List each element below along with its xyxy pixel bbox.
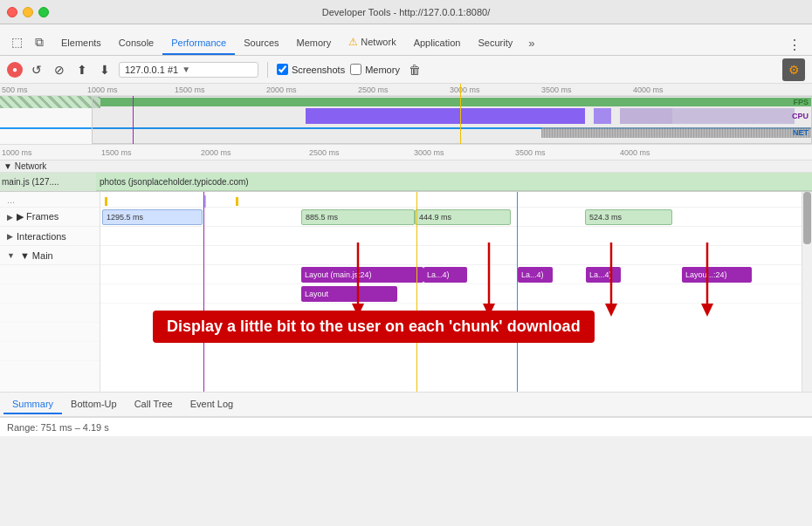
window-title: Developer Tools - http://127.0.0.1:8080/ [322, 7, 490, 17]
tab-memory[interactable]: Memory [288, 32, 341, 55]
yellow-cursor-line [460, 84, 461, 144]
main-row[interactable]: ▼ ▼ Main [0, 246, 100, 265]
main-sub-row-2 [0, 284, 100, 304]
close-button[interactable] [7, 7, 17, 17]
tab-event-log[interactable]: Event Log [182, 395, 243, 414]
clear-button[interactable]: 🗑 [409, 63, 421, 77]
inspect-icon[interactable]: ⬚ [7, 32, 26, 51]
timeline-overview: 500 ms 1000 ms 1500 ms 2000 ms 2500 ms 3… [0, 84, 812, 145]
layout-row-1: Layout (main.js:24) La...4) La...4) La..… [100, 265, 812, 284]
ruler-main: 1000 ms 1500 ms 2000 ms 2500 ms 3000 ms … [0, 145, 812, 161]
upload-button[interactable]: ⬆ [73, 61, 91, 79]
flame-scrollbar-thumb[interactable] [803, 192, 811, 244]
tab-call-tree[interactable]: Call Tree [126, 395, 182, 414]
reload-button[interactable]: ↺ [28, 61, 45, 79]
settings-button[interactable]: ⚙ [782, 58, 805, 81]
device-icon[interactable]: ⧉ [30, 32, 49, 51]
layout-sub-row: Layout [100, 284, 812, 304]
main-sub-row-1 [0, 265, 100, 284]
ellipsis-row: ... [0, 192, 100, 208]
screenshots-checkbox-label[interactable]: Screenshots [277, 64, 345, 75]
tab-performance[interactable]: Performance [162, 32, 235, 55]
frames-row[interactable]: ▶ ▶ Frames [0, 208, 100, 227]
tab-bar: ⬚ ⧉ Elements Console Performance Sources… [0, 24, 812, 56]
main-sub-row-4 [0, 323, 100, 342]
ruler-main-5: 3500 ms [515, 148, 546, 157]
layout-block-4[interactable]: La...4) [586, 267, 621, 283]
frame-block-1: 1295.5 ms [102, 209, 203, 225]
devtools-icons: ⬚ ⧉ [3, 32, 52, 55]
url-text: 127.0.0.1 #1 [125, 65, 178, 75]
interactions-row[interactable]: ▶ Interactions [0, 227, 100, 246]
screenshots-checkbox[interactable] [277, 64, 288, 75]
main-sub-row-5 [0, 342, 100, 361]
memory-checkbox-label[interactable]: Memory [350, 64, 400, 75]
layout-block-5[interactable]: Layou...:24) [682, 267, 752, 283]
flame-scrollbar[interactable] [802, 192, 812, 392]
tab-bottom-up[interactable]: Bottom-Up [62, 395, 126, 414]
tab-console[interactable]: Console [110, 32, 162, 55]
interactions-arrow: ▶ [7, 232, 13, 241]
interactions-label: Interactions [17, 231, 66, 242]
profile-url-bar: 127.0.0.1 #1 ▼ [119, 62, 258, 78]
gear-icon: ⚙ [788, 63, 800, 77]
layout-block-3[interactable]: La...4) [518, 267, 553, 283]
resource2-label: photos (jsonplaceholder.typicode.com) [100, 177, 249, 187]
tab-bar-right: ⋮ [784, 35, 812, 55]
range-text: Range: 751 ms – 4.19 s [7, 422, 109, 433]
tab-application[interactable]: Application [405, 32, 470, 55]
ruler-label-5: 3000 ms [450, 85, 480, 94]
right-ellipsis-row [100, 192, 812, 208]
title-bar: Developer Tools - http://127.0.0.1:8080/ [0, 0, 812, 24]
ruler-main-3: 2500 ms [309, 148, 340, 157]
maximize-button[interactable] [38, 7, 49, 17]
url-dropdown-icon[interactable]: ▼ [182, 65, 190, 74]
frames-arrow: ▶ [7, 213, 13, 222]
ruler-label-1: 1000 ms [87, 85, 118, 94]
memory-checkbox[interactable] [350, 64, 361, 75]
frame-block-4: 524.3 ms [585, 209, 672, 225]
ruler-main-1: 1500 ms [101, 148, 132, 157]
ruler-main-0: 1000 ms [2, 148, 32, 157]
layout-sub-block[interactable]: Layout [301, 286, 397, 302]
tab-sources[interactable]: Sources [235, 32, 287, 55]
tab-security[interactable]: Security [469, 32, 521, 55]
yellow-vert-line [416, 192, 417, 392]
kebab-menu-button[interactable]: ⋮ [784, 35, 805, 55]
ruler-label-7: 4000 ms [633, 85, 664, 94]
layout-block-1[interactable]: Layout (main.js:24) [301, 267, 423, 283]
more-tabs-button[interactable]: » [521, 31, 541, 55]
tab-network[interactable]: ⚠ Network [340, 31, 404, 55]
network-resources: main.js (127.... photos (jsonplaceholder… [0, 173, 812, 192]
selected-range[interactable] [92, 96, 812, 144]
frames-timing-row: 1295.5 ms 885.5 ms 444.9 ms 524.3 ms [100, 208, 812, 227]
status-bar: Range: 751 ms – 4.19 s [0, 417, 812, 436]
ruler-label-0: 500 ms [2, 85, 28, 94]
bottom-tab-bar: Summary Bottom-Up Call Tree Event Log [0, 393, 812, 417]
ruler-main-4: 3000 ms [414, 148, 444, 157]
flame-right-panel: 1295.5 ms 885.5 ms 444.9 ms 524.3 ms [100, 192, 812, 392]
ruler-label-4: 2500 ms [358, 85, 389, 94]
ruler-label-6: 3500 ms [541, 85, 572, 94]
flame-left-panel: ... ▶ ▶ Frames ▶ Interactions ▼ ▼ Main [0, 192, 100, 392]
minimize-button[interactable] [23, 7, 33, 17]
tab-summary[interactable]: Summary [3, 395, 62, 414]
tab-elements[interactable]: Elements [52, 32, 110, 55]
toolbar-divider [267, 62, 268, 78]
main-header-row [100, 246, 812, 265]
record-button[interactable]: ● [7, 62, 23, 78]
download-button[interactable]: ⬇ [96, 61, 114, 79]
ruler-main-2: 2000 ms [201, 148, 231, 157]
stop-button[interactable]: ⊘ [51, 61, 68, 79]
main-yellow-marker [105, 197, 107, 206]
layout-block-2[interactable]: La...4) [423, 267, 467, 283]
ruler-label-2: 1500 ms [175, 85, 205, 94]
network-section-header[interactable]: ▼ Network [0, 161, 812, 173]
message-area: Display a little bit to the user on each… [100, 304, 812, 356]
traffic-lights [7, 7, 49, 17]
purple-vert-line [203, 192, 204, 392]
message-box: Display a little bit to the user on each… [153, 311, 595, 343]
main-sub-row-3 [0, 304, 100, 323]
ruler-top: 500 ms 1000 ms 1500 ms 2000 ms 2500 ms 3… [0, 84, 812, 96]
resource2-bar: photos (jsonplaceholder.typicode.com) [96, 173, 812, 191]
